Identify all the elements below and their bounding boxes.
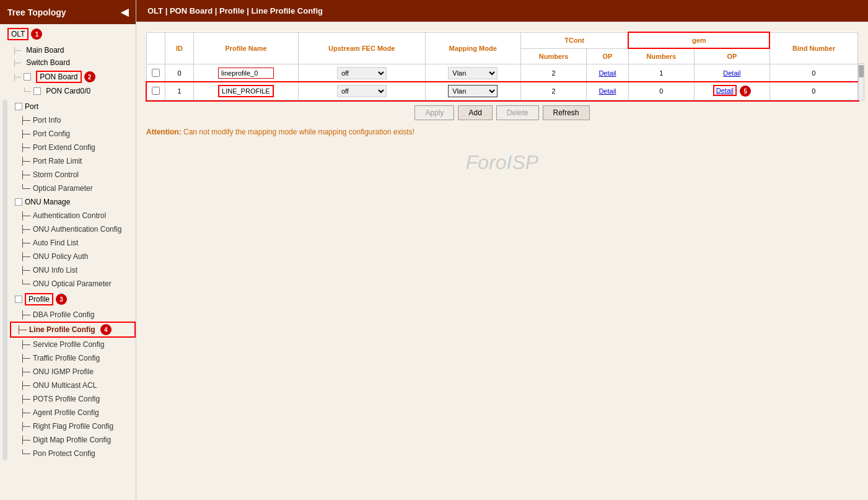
row0-tcont-detail-link[interactable]: Detail xyxy=(598,69,616,77)
row0-mapping-mode: VlanGEMTcontGEM xyxy=(425,64,520,82)
row1-gem-detail-link[interactable]: Detail xyxy=(713,85,737,96)
menu-port-extend-config[interactable]: ├─Port Extend Config xyxy=(10,141,136,154)
table-scrollbar-thumb xyxy=(859,65,864,77)
sidebar: Tree Topology ◀ OLT 1 ├─ Main Board ├─ S… xyxy=(0,0,136,500)
onu-manage-label: ONU Manage xyxy=(25,198,70,206)
menu-service-profile[interactable]: ├─Service Profile Config xyxy=(10,338,136,351)
attention-label: Attention: xyxy=(146,128,182,136)
menu-onu-optical-param[interactable]: └─ONU Optical Parameter xyxy=(10,277,136,291)
row1-mapping-mode: VlanGEMTcontGEM xyxy=(425,82,520,100)
port-section-label: Port xyxy=(25,102,38,111)
onu-manage-section-header[interactable]: ONU Manage xyxy=(10,195,136,209)
row1-gem-numbers: 0 xyxy=(628,82,694,100)
menu-digit-map-profile[interactable]: ├─Digit Map Profile Config xyxy=(10,433,136,447)
menu-onu-multicast-acl[interactable]: ├─ONU Multicast ACL xyxy=(10,379,136,392)
row0-checkbox[interactable] xyxy=(152,69,160,77)
menu-dba-profile[interactable]: ├─DBA Profile Config xyxy=(10,308,136,322)
pon-board-label: PON Board xyxy=(36,71,81,83)
pon-card-checkbox[interactable] xyxy=(33,87,41,95)
olt-label: OLT xyxy=(7,28,28,40)
watermark-text: ForoISP xyxy=(466,151,538,174)
apply-button[interactable]: Apply xyxy=(414,105,454,120)
tree-node-olt[interactable]: OLT 1 xyxy=(0,24,136,44)
menu-pon-protect[interactable]: └─Pon Protect Config xyxy=(10,447,136,460)
pon-board-checkbox[interactable] xyxy=(24,73,31,81)
port-checkbox[interactable] xyxy=(15,103,22,110)
tree-node-switch-board[interactable]: ├─ Switch Board xyxy=(0,56,136,69)
row0-fec-select[interactable]: offon xyxy=(337,67,387,79)
content-area: OLT | PON Board | Profile | Line Profile… xyxy=(136,0,868,500)
delete-button[interactable]: Delete xyxy=(496,105,539,120)
menu-right-flag-profile[interactable]: ├─Right Flag Profile Config xyxy=(10,419,136,433)
th-mapping-mode: Mapping Mode xyxy=(425,32,520,64)
menu-storm-control[interactable]: ├─Storm Control xyxy=(10,168,136,182)
breadcrumb-text: OLT | PON Board | Profile | Line Profile… xyxy=(147,6,323,15)
menu-port-info[interactable]: ├─Port Info xyxy=(10,113,136,127)
row1-tcont-detail-link[interactable]: Detail xyxy=(598,87,616,95)
menu-auth-control[interactable]: ├─Authentication Control xyxy=(10,209,136,222)
sidebar-content: Port ├─Port Info ├─Port Config ├─Port Ex… xyxy=(0,97,136,463)
row0-profile-name xyxy=(193,64,298,82)
menu-auto-find-list[interactable]: ├─Auto Find List xyxy=(10,236,136,250)
menu-port-rate-limit[interactable]: ├─Port Rate Limit xyxy=(10,154,136,168)
row1-id: 1 xyxy=(165,82,194,100)
sidebar-scrollbar[interactable] xyxy=(2,100,7,460)
menu-agent-profile[interactable]: ├─Agent Profile Config xyxy=(10,406,136,419)
olt-badge: 1 xyxy=(31,29,42,40)
th-gem-op: OP xyxy=(694,48,769,64)
row1-mapping-select[interactable]: VlanGEMTcontGEM xyxy=(448,85,498,97)
breadcrumb: OLT | PON Board | Profile | Line Profile… xyxy=(136,0,868,22)
profile-table: ID Profile Name Upstream FEC Mode Mappin… xyxy=(146,32,858,100)
th-gem-group: gem xyxy=(628,32,769,48)
th-bind-number: Bind Number xyxy=(769,32,857,64)
tree-node-pon-board[interactable]: ├─ PON Board 2 xyxy=(0,69,136,85)
row1-profile-name-input[interactable] xyxy=(218,85,274,97)
menu-traffic-profile[interactable]: ├─Traffic Profile Config xyxy=(10,351,136,365)
row0-profile-name-input[interactable] xyxy=(218,68,274,79)
menu-onu-auth-config[interactable]: ├─ONU Authentication Config xyxy=(10,222,136,236)
menu-line-profile[interactable]: ├─ Line Profile Config 4 xyxy=(10,322,136,338)
line-profile-badge: 4 xyxy=(100,324,112,335)
row0-bind-number: 0 xyxy=(769,64,857,82)
row1-fec-select[interactable]: offon xyxy=(337,85,387,97)
table-row: 0 offon VlanGEMTcontGEM 2 xyxy=(147,64,858,82)
th-id: ID xyxy=(165,32,194,64)
menu-onu-policy-auth[interactable]: ├─ONU Policy Auth xyxy=(10,250,136,263)
main-board-label: Main Board xyxy=(26,46,64,55)
row0-upstream-fec: offon xyxy=(299,64,426,82)
sidebar-collapse-icon[interactable]: ◀ xyxy=(121,6,128,18)
sidebar-scroll: OLT 1 ├─ Main Board ├─ Switch Board ├─ P… xyxy=(0,24,136,475)
menu-port-config[interactable]: ├─Port Config xyxy=(10,127,136,141)
menu-onu-info-list[interactable]: ├─ONU Info List xyxy=(10,263,136,277)
watermark: ForoISP xyxy=(146,139,858,186)
row0-mapping-select[interactable]: VlanGEMTcontGEM xyxy=(448,67,498,79)
onu-manage-checkbox[interactable] xyxy=(15,198,22,206)
row1-bind-number: 0 xyxy=(769,82,857,100)
sidebar-menu: Port ├─Port Info ├─Port Config ├─Port Ex… xyxy=(10,100,136,460)
row0-gem-numbers: 1 xyxy=(628,64,694,82)
port-section-header[interactable]: Port xyxy=(10,100,136,113)
table-scrollbar[interactable] xyxy=(858,63,864,100)
profile-section-header[interactable]: Profile 3 xyxy=(10,291,136,308)
refresh-button[interactable]: Refresh xyxy=(543,105,590,120)
attention-message: Attention: Can not modify the mapping mo… xyxy=(146,125,858,139)
menu-pots-profile[interactable]: ├─POTS Profile Config xyxy=(10,392,136,406)
row0-id: 0 xyxy=(165,64,194,82)
profile-checkbox[interactable] xyxy=(15,296,22,303)
sidebar-header[interactable]: Tree Topology ◀ xyxy=(0,0,136,24)
table-container: ID Profile Name Upstream FEC Mode Mappin… xyxy=(136,22,868,196)
port-info-connector: ├─ xyxy=(20,116,30,125)
menu-onu-igmp[interactable]: ├─ONU IGMP Profile xyxy=(10,365,136,379)
tree-node-main-board[interactable]: ├─ Main Board xyxy=(0,44,136,56)
row1-profile-name xyxy=(193,82,298,100)
th-tcont-group: TCont xyxy=(521,32,629,48)
add-button[interactable]: Add xyxy=(458,105,492,120)
pon-board-badge: 2 xyxy=(84,71,95,82)
switch-board-label: Switch Board xyxy=(26,58,70,67)
menu-optical-parameter[interactable]: └─Optical Parameter xyxy=(10,182,136,195)
row0-gem-detail-link[interactable]: Detail xyxy=(723,69,740,77)
row0-tcont-op: Detail xyxy=(587,64,629,82)
tree-node-pon-card[interactable]: └─ PON Card0/0 xyxy=(0,85,136,97)
row1-gem-badge: 5 xyxy=(740,86,751,97)
row1-checkbox[interactable] xyxy=(152,87,160,95)
